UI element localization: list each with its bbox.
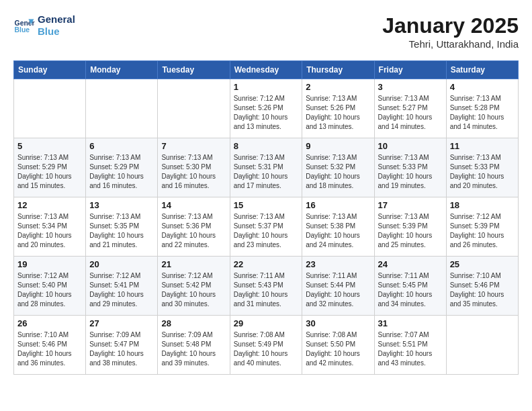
calendar-cell: 15Sunrise: 7:13 AMSunset: 5:37 PMDayligh…	[230, 197, 302, 257]
calendar-cell: 4Sunrise: 7:13 AMSunset: 5:28 PMDaylight…	[446, 79, 518, 138]
calendar-cell: 9Sunrise: 7:13 AMSunset: 5:32 PMDaylight…	[302, 138, 374, 197]
weekday-header-tuesday: Tuesday	[158, 61, 230, 79]
title-block: January 2025 Tehri, Uttarakhand, India	[382, 13, 519, 50]
day-number: 20	[89, 259, 154, 269]
day-info: Sunrise: 7:12 AMSunset: 5:39 PMDaylight:…	[450, 212, 515, 250]
day-info: Sunrise: 7:13 AMSunset: 5:29 PMDaylight:…	[17, 153, 82, 191]
day-number: 28	[161, 318, 226, 328]
day-number: 31	[378, 318, 443, 328]
calendar-cell	[446, 316, 518, 375]
calendar-cell: 17Sunrise: 7:13 AMSunset: 5:39 PMDayligh…	[374, 197, 446, 257]
day-number: 22	[234, 259, 299, 269]
day-info: Sunrise: 7:11 AMSunset: 5:44 PMDaylight:…	[306, 271, 370, 309]
day-info: Sunrise: 7:11 AMSunset: 5:43 PMDaylight:…	[234, 271, 299, 309]
day-info: Sunrise: 7:09 AMSunset: 5:48 PMDaylight:…	[161, 330, 226, 368]
calendar-cell: 6Sunrise: 7:13 AMSunset: 5:29 PMDaylight…	[86, 138, 158, 197]
day-info: Sunrise: 7:13 AMSunset: 5:28 PMDaylight:…	[450, 94, 515, 132]
day-number: 30	[306, 318, 370, 328]
day-info: Sunrise: 7:13 AMSunset: 5:32 PMDaylight:…	[306, 153, 370, 191]
day-info: Sunrise: 7:10 AMSunset: 5:46 PMDaylight:…	[450, 271, 515, 309]
day-info: Sunrise: 7:13 AMSunset: 5:33 PMDaylight:…	[378, 153, 443, 191]
calendar-cell: 19Sunrise: 7:12 AMSunset: 5:40 PMDayligh…	[14, 257, 86, 316]
calendar-week-row: 12Sunrise: 7:13 AMSunset: 5:34 PMDayligh…	[14, 197, 519, 257]
day-number: 14	[161, 200, 226, 210]
day-info: Sunrise: 7:07 AMSunset: 5:51 PMDaylight:…	[378, 330, 443, 368]
calendar-cell: 1Sunrise: 7:12 AMSunset: 5:26 PMDaylight…	[230, 79, 302, 138]
calendar-cell: 29Sunrise: 7:08 AMSunset: 5:49 PMDayligh…	[230, 316, 302, 375]
day-number: 2	[306, 82, 370, 92]
calendar-cell	[158, 79, 230, 138]
calendar-cell: 23Sunrise: 7:11 AMSunset: 5:44 PMDayligh…	[302, 257, 374, 316]
calendar-cell: 30Sunrise: 7:08 AMSunset: 5:50 PMDayligh…	[302, 316, 374, 375]
day-info: Sunrise: 7:13 AMSunset: 5:29 PMDaylight:…	[89, 153, 154, 191]
weekday-header-row: SundayMondayTuesdayWednesdayThursdayFrid…	[14, 61, 519, 79]
day-info: Sunrise: 7:12 AMSunset: 5:26 PMDaylight:…	[234, 94, 299, 132]
calendar-cell: 8Sunrise: 7:13 AMSunset: 5:31 PMDaylight…	[230, 138, 302, 197]
day-info: Sunrise: 7:09 AMSunset: 5:47 PMDaylight:…	[89, 330, 154, 368]
day-info: Sunrise: 7:08 AMSunset: 5:50 PMDaylight:…	[306, 330, 370, 368]
month-year-title: January 2025	[382, 13, 519, 38]
calendar-cell: 27Sunrise: 7:09 AMSunset: 5:47 PMDayligh…	[86, 316, 158, 375]
day-info: Sunrise: 7:13 AMSunset: 5:26 PMDaylight:…	[306, 94, 370, 132]
weekday-header-sunday: Sunday	[14, 61, 86, 79]
day-number: 13	[89, 200, 154, 210]
day-number: 29	[234, 318, 299, 328]
day-info: Sunrise: 7:13 AMSunset: 5:35 PMDaylight:…	[89, 212, 154, 250]
day-number: 27	[89, 318, 154, 328]
calendar-cell: 31Sunrise: 7:07 AMSunset: 5:51 PMDayligh…	[374, 316, 446, 375]
calendar-cell: 12Sunrise: 7:13 AMSunset: 5:34 PMDayligh…	[14, 197, 86, 257]
calendar-cell: 25Sunrise: 7:10 AMSunset: 5:46 PMDayligh…	[446, 257, 518, 316]
day-info: Sunrise: 7:13 AMSunset: 5:30 PMDaylight:…	[161, 153, 226, 191]
day-number: 6	[89, 141, 154, 151]
calendar-cell: 26Sunrise: 7:10 AMSunset: 5:46 PMDayligh…	[14, 316, 86, 375]
day-number: 25	[450, 259, 515, 269]
calendar-cell: 13Sunrise: 7:13 AMSunset: 5:35 PMDayligh…	[86, 197, 158, 257]
day-number: 8	[234, 141, 299, 151]
day-number: 15	[234, 200, 299, 210]
calendar-cell: 18Sunrise: 7:12 AMSunset: 5:39 PMDayligh…	[446, 197, 518, 257]
calendar-cell	[86, 79, 158, 138]
day-number: 9	[306, 141, 370, 151]
day-info: Sunrise: 7:12 AMSunset: 5:42 PMDaylight:…	[161, 271, 226, 309]
day-info: Sunrise: 7:13 AMSunset: 5:36 PMDaylight:…	[161, 212, 226, 250]
calendar-table: SundayMondayTuesdayWednesdayThursdayFrid…	[13, 60, 519, 375]
calendar-cell: 16Sunrise: 7:13 AMSunset: 5:38 PMDayligh…	[302, 197, 374, 257]
calendar-cell: 11Sunrise: 7:13 AMSunset: 5:33 PMDayligh…	[446, 138, 518, 197]
day-info: Sunrise: 7:13 AMSunset: 5:33 PMDaylight:…	[450, 153, 515, 191]
weekday-header-thursday: Thursday	[302, 61, 374, 79]
page-header: General Blue General Blue January 2025 T…	[13, 13, 519, 50]
day-info: Sunrise: 7:11 AMSunset: 5:45 PMDaylight:…	[378, 271, 443, 309]
day-number: 26	[17, 318, 82, 328]
calendar-cell: 20Sunrise: 7:12 AMSunset: 5:41 PMDayligh…	[86, 257, 158, 316]
calendar-cell: 28Sunrise: 7:09 AMSunset: 5:48 PMDayligh…	[158, 316, 230, 375]
day-number: 3	[378, 82, 443, 92]
calendar-week-row: 1Sunrise: 7:12 AMSunset: 5:26 PMDaylight…	[14, 79, 519, 138]
calendar-cell: 22Sunrise: 7:11 AMSunset: 5:43 PMDayligh…	[230, 257, 302, 316]
day-info: Sunrise: 7:10 AMSunset: 5:46 PMDaylight:…	[17, 330, 82, 368]
calendar-cell: 21Sunrise: 7:12 AMSunset: 5:42 PMDayligh…	[158, 257, 230, 316]
weekday-header-wednesday: Wednesday	[230, 61, 302, 79]
weekday-header-friday: Friday	[374, 61, 446, 79]
logo-icon: General Blue	[13, 15, 35, 36]
calendar-cell: 14Sunrise: 7:13 AMSunset: 5:36 PMDayligh…	[158, 197, 230, 257]
logo-line1: General	[38, 13, 75, 26]
day-info: Sunrise: 7:13 AMSunset: 5:39 PMDaylight:…	[378, 212, 443, 250]
day-number: 5	[17, 141, 82, 151]
day-number: 23	[306, 259, 370, 269]
day-number: 11	[450, 141, 515, 151]
day-number: 24	[378, 259, 443, 269]
day-number: 16	[306, 200, 370, 210]
day-number: 12	[17, 200, 82, 210]
calendar-cell: 7Sunrise: 7:13 AMSunset: 5:30 PMDaylight…	[158, 138, 230, 197]
day-info: Sunrise: 7:12 AMSunset: 5:40 PMDaylight:…	[17, 271, 82, 309]
calendar-week-row: 19Sunrise: 7:12 AMSunset: 5:40 PMDayligh…	[14, 257, 519, 316]
day-info: Sunrise: 7:13 AMSunset: 5:38 PMDaylight:…	[306, 212, 370, 250]
weekday-header-monday: Monday	[86, 61, 158, 79]
day-number: 1	[234, 82, 299, 92]
calendar-cell: 2Sunrise: 7:13 AMSunset: 5:26 PMDaylight…	[302, 79, 374, 138]
location-subtitle: Tehri, Uttarakhand, India	[382, 38, 519, 50]
day-info: Sunrise: 7:13 AMSunset: 5:37 PMDaylight:…	[234, 212, 299, 250]
day-info: Sunrise: 7:13 AMSunset: 5:27 PMDaylight:…	[378, 94, 443, 132]
day-info: Sunrise: 7:13 AMSunset: 5:34 PMDaylight:…	[17, 212, 82, 250]
logo: General Blue General Blue	[13, 13, 75, 38]
